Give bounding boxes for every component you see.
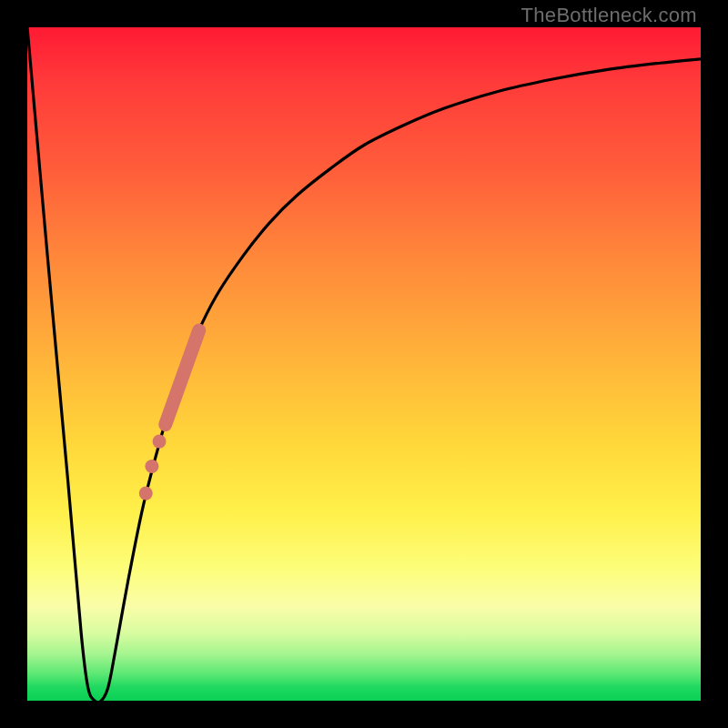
watermark-text: TheBottleneck.com [521, 4, 697, 27]
plot-area [27, 27, 701, 701]
bottleneck-curve [27, 27, 701, 701]
bottleneck-curve-svg [27, 27, 701, 701]
highlight-segment [166, 330, 199, 425]
marker-dot [139, 487, 153, 500]
marker-dot [145, 460, 158, 473]
chart-container: TheBottleneck.com [0, 0, 728, 728]
marker-dot [153, 435, 167, 449]
